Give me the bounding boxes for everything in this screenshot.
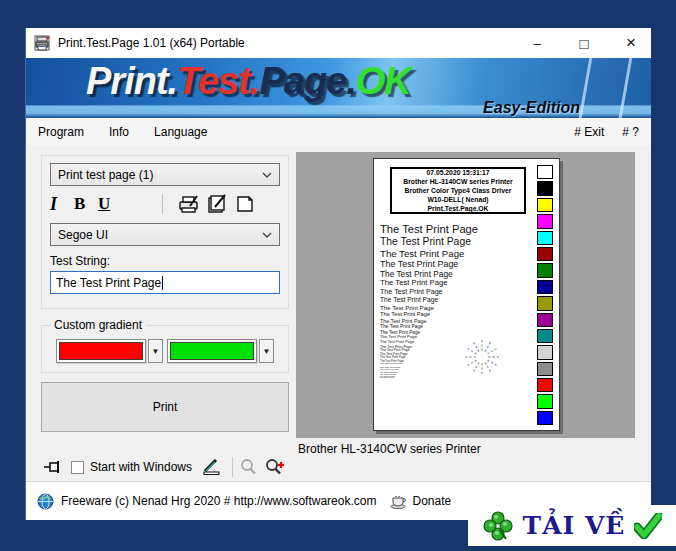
custom-gradient-label: Custom gradient	[50, 318, 146, 332]
freeware-link[interactable]: Freeware (c) Nenad Hrg 2020 # http://www…	[61, 494, 376, 508]
custom-gradient-groupbox: Custom gradient ▼ ▼	[41, 325, 289, 373]
main-area: Print test page (1) I B U	[26, 145, 651, 481]
banner: Print.Test.Page.OK Easy-Edition	[26, 58, 651, 118]
test-string-input[interactable]: The Test Print Page	[50, 271, 280, 294]
gradient-color-2-swatch	[170, 342, 254, 360]
test-page-select-value: Print test page (1)	[58, 168, 153, 182]
test-string-label: Test String:	[50, 254, 280, 268]
color-bar	[537, 231, 553, 245]
color-bar	[537, 263, 553, 277]
menu-item-program[interactable]: Program	[38, 125, 84, 139]
app-icon	[34, 35, 51, 51]
edit-pencil-icon[interactable]	[202, 458, 224, 476]
donate-label: Donate	[412, 494, 451, 508]
zoom-plus-icon[interactable]	[264, 458, 286, 476]
chevron-down-icon	[262, 232, 272, 238]
menu-right-group: # Exit # ?	[574, 125, 639, 139]
preview-header-line: 07.05.2020 15:31:17	[392, 168, 524, 177]
start-with-windows-checkbox[interactable]	[71, 461, 84, 474]
test-line: The Test Print Page	[380, 304, 478, 311]
print-preview: 07.05.2020 15:31:17 Brother HL-3140CW se…	[296, 152, 635, 438]
format-toolbar: I B U	[50, 191, 280, 217]
download-badge-label: TẢI VỀ	[523, 511, 626, 540]
banner-word-test: Test.	[177, 60, 259, 102]
toolbar-separator	[162, 194, 163, 214]
gradient-color-1: ▼	[56, 339, 163, 363]
checkmark-icon	[634, 513, 662, 539]
chevron-down-icon	[262, 172, 272, 178]
print-button[interactable]: Print	[41, 382, 289, 432]
test-line: The Test Print Page	[380, 236, 478, 248]
pin-icon[interactable]	[44, 460, 63, 474]
gradient-color-2-dropdown[interactable]: ▼	[259, 339, 274, 363]
test-page-select[interactable]: Print test page (1)	[50, 163, 280, 186]
text-caret	[162, 276, 163, 290]
gradient-color-2: ▼	[167, 339, 274, 363]
banner-word-ok: OK	[356, 60, 411, 102]
color-bar	[537, 181, 553, 195]
underline-button[interactable]: U	[98, 194, 122, 214]
page-setup-icon[interactable]	[205, 194, 229, 214]
bold-button[interactable]: B	[74, 194, 98, 214]
color-bar	[537, 296, 553, 310]
preview-header-line: Brother Color Type4 Class Driver	[392, 186, 524, 195]
test-string-value: The Test Print Page	[56, 276, 161, 290]
gradient-color-2-swatch-button[interactable]	[167, 339, 257, 363]
test-line: The Test Print Page	[380, 279, 478, 288]
gradient-color-1-swatch-button[interactable]	[56, 339, 146, 363]
minimize-button[interactable]: –	[517, 28, 557, 58]
banner-pane-line	[579, 58, 593, 118]
color-bar	[537, 280, 553, 294]
color-bar	[537, 165, 553, 179]
menu-item-exit[interactable]: # Exit	[574, 125, 604, 139]
gradient-color-1-dropdown[interactable]: ▼	[148, 339, 163, 363]
color-bar	[537, 329, 553, 343]
donate-cup-icon	[390, 494, 407, 509]
preview-header-line: Brother HL-3140CW series Printer	[392, 177, 524, 186]
close-button[interactable]: ×	[611, 28, 651, 58]
preview-header-line: W10-DELL( Nenad)	[392, 195, 524, 204]
download-badge[interactable]: TẢI VỀ	[468, 505, 676, 546]
color-bar	[537, 313, 553, 327]
color-bar	[537, 198, 553, 212]
banner-word-page: Page.	[259, 60, 355, 102]
clover-icon	[482, 510, 514, 542]
gradient-color-1-swatch	[59, 342, 143, 360]
italic-button[interactable]: I	[50, 194, 74, 215]
menu-item-help[interactable]: # ?	[622, 125, 639, 139]
color-bar	[537, 411, 553, 425]
zoom-icon[interactable]	[239, 458, 259, 476]
donate-group[interactable]: Donate	[390, 494, 451, 509]
color-bar	[537, 214, 553, 228]
test-line: The Test Print Page	[380, 223, 478, 236]
menubar: Program Info Language # Exit # ?	[26, 118, 651, 145]
color-bar	[537, 378, 553, 392]
color-bar	[537, 247, 553, 261]
preview-page: 07.05.2020 15:31:17 Brother HL-3140CW se…	[373, 158, 560, 431]
color-bars	[537, 165, 553, 425]
test-page-groupbox: Print test page (1) I B U	[41, 155, 289, 309]
preview-header-box: 07.05.2020 15:31:17 Brother HL-3140CW se…	[390, 167, 526, 214]
color-bar	[537, 345, 553, 359]
menu-item-info[interactable]: Info	[109, 125, 129, 139]
print-icon[interactable]	[177, 194, 201, 214]
color-bar	[537, 362, 553, 376]
menu-item-language[interactable]: Language	[154, 125, 207, 139]
printer-name-label: Brother HL-3140CW series Printer	[298, 442, 481, 456]
maximize-button[interactable]: □	[564, 28, 604, 58]
font-select[interactable]: Segoe UI	[50, 223, 280, 246]
test-line: The Test Print Page	[380, 288, 478, 296]
banner-title: Print.Test.Page.OK	[86, 60, 411, 103]
options-separator	[232, 457, 233, 477]
banner-edition: Easy-Edition	[483, 99, 580, 117]
new-page-icon[interactable]	[233, 194, 257, 214]
window-title: Print.Test.Page 1.01 (x64) Portable	[58, 36, 245, 50]
start-with-windows-label: Start with Windows	[90, 460, 192, 474]
test-line: The Test Print Page	[380, 248, 478, 259]
color-bar	[537, 394, 553, 408]
font-select-value: Segoe UI	[58, 228, 108, 242]
options-row: Start with Windows	[44, 454, 286, 480]
globe-icon	[37, 493, 54, 510]
titlebar: Print.Test.Page 1.01 (x64) Portable – □ …	[26, 28, 651, 58]
preview-header-line: Print.Test.Page.OK	[392, 204, 524, 213]
